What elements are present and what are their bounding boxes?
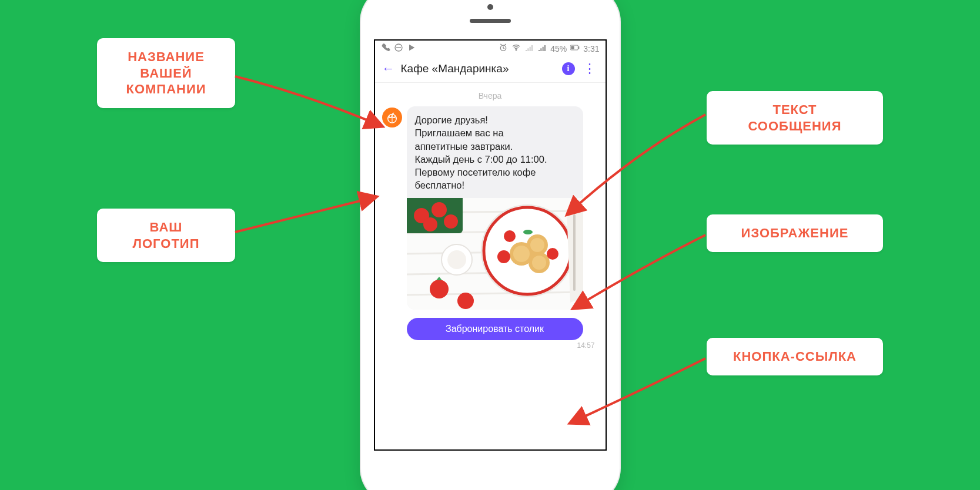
- svg-rect-37: [573, 214, 576, 291]
- chat-title: Кафе «Мандаринка»: [401, 62, 556, 75]
- callout-text: НАЗВАНИЕ ВАШЕЙ КОМПАНИИ: [126, 49, 206, 96]
- phone-icon: [381, 43, 390, 54]
- callout-image: ИЗОБРАЖЕНИЕ: [707, 214, 883, 252]
- message-bubble: Дорогие друзья! Приглашаем вас на аппети…: [407, 106, 583, 310]
- svg-point-18: [423, 217, 437, 231]
- phone-screen: 45% 3:31 ← Кафе «Мандаринка» i ⋮ Вчера: [374, 39, 607, 451]
- svg-rect-5: [571, 46, 574, 49]
- svg-point-25: [513, 246, 530, 262]
- callout-text: ТЕКСТ СООБЩЕНИЯ: [748, 102, 842, 133]
- callout-text: ИЗОБРАЖЕНИЕ: [741, 226, 849, 240]
- svg-point-3: [516, 49, 517, 51]
- callout-company-name: НАЗВАНИЕ ВАШЕЙ КОМПАНИИ: [97, 38, 235, 108]
- callout-button-link: КНОПКА-ССЫЛКА: [707, 338, 883, 375]
- more-menu-icon[interactable]: ⋮: [581, 61, 598, 76]
- message-image: [407, 198, 583, 310]
- svg-point-17: [444, 214, 458, 229]
- svg-point-27: [532, 256, 546, 270]
- wifi-icon: [511, 43, 521, 54]
- svg-point-35: [447, 250, 466, 269]
- battery-percent: 45%: [550, 44, 567, 53]
- svg-rect-6: [578, 46, 579, 49]
- play-icon: [407, 43, 416, 54]
- svg-point-29: [497, 250, 510, 263]
- battery-icon: [570, 43, 580, 54]
- signal-4g-icon: [537, 43, 547, 54]
- callout-text: ВАШ ЛОГОТИП: [133, 220, 200, 251]
- svg-point-33: [457, 293, 474, 309]
- callout-logo: ВАШ ЛОГОТИП: [97, 209, 235, 262]
- date-label: Вчера: [375, 83, 606, 106]
- back-arrow-icon[interactable]: ←: [382, 61, 395, 76]
- sender-avatar: [382, 108, 402, 127]
- alarm-icon: [499, 43, 508, 54]
- message-text: Дорогие друзья! Приглашаем вас на аппети…: [407, 106, 583, 198]
- arrow-logo: [235, 197, 376, 232]
- callout-message-text: ТЕКСТ СООБЩЕНИЯ: [707, 91, 883, 145]
- message-row: Дорогие друзья! Приглашаем вас на аппети…: [375, 106, 606, 313]
- phone-frame: 45% 3:31 ← Кафе «Мандаринка» i ⋮ Вчера: [361, 0, 620, 490]
- svg-point-31: [523, 230, 533, 234]
- signal-icon: [524, 43, 534, 54]
- svg-point-16: [432, 202, 447, 217]
- message-timestamp: 14:57: [375, 340, 606, 350]
- callout-text: КНОПКА-ССЫЛКА: [733, 349, 857, 364]
- clock-time: 3:31: [583, 44, 599, 53]
- svg-point-26: [530, 238, 544, 252]
- no-entry-icon: [394, 43, 403, 54]
- svg-point-32: [430, 280, 449, 298]
- cta-button[interactable]: Забронировать столик: [407, 318, 583, 340]
- status-bar: 45% 3:31: [375, 41, 606, 55]
- chat-header: ← Кафе «Мандаринка» i ⋮: [375, 55, 606, 83]
- statusbar-left: [381, 43, 416, 54]
- tangerine-logo-icon: [386, 111, 399, 124]
- arrow-company-name: [235, 76, 382, 126]
- svg-point-30: [547, 248, 558, 260]
- statusbar-right: 45% 3:31: [499, 43, 599, 54]
- info-icon[interactable]: i: [562, 62, 575, 75]
- svg-point-28: [504, 230, 516, 242]
